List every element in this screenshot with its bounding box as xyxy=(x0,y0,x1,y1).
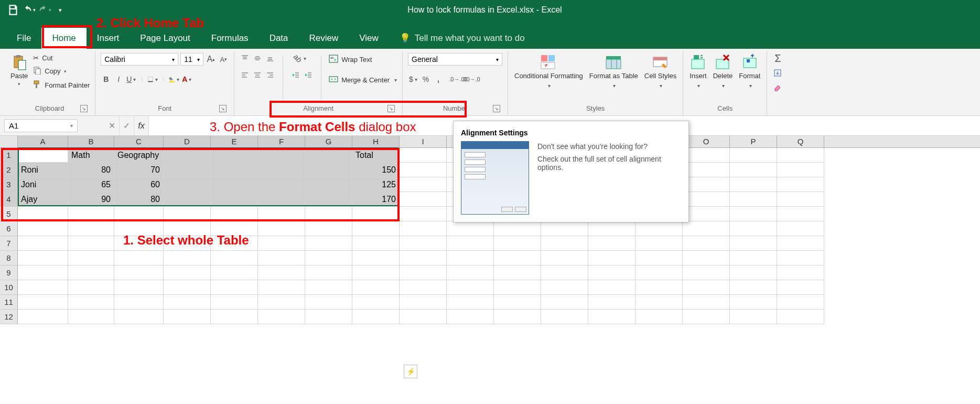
cell-B3[interactable]: 65 xyxy=(68,177,114,192)
cell[interactable] xyxy=(211,265,258,280)
cell[interactable] xyxy=(305,236,352,251)
cell[interactable] xyxy=(777,221,824,236)
cell[interactable] xyxy=(352,236,400,251)
tab-view[interactable]: View xyxy=(349,28,389,49)
row-header-1[interactable]: 1 xyxy=(0,148,18,163)
row-header-7[interactable]: 7 xyxy=(0,236,18,251)
accounting-format-button[interactable]: $ xyxy=(408,74,418,84)
cell[interactable] xyxy=(494,295,541,310)
col-header-B[interactable]: B xyxy=(68,136,114,147)
cell[interactable] xyxy=(777,280,824,295)
cell[interactable] xyxy=(730,163,777,177)
cell[interactable] xyxy=(588,310,636,324)
cell[interactable] xyxy=(400,310,447,324)
align-middle-button[interactable] xyxy=(252,53,263,63)
percent-format-button[interactable]: % xyxy=(421,74,431,84)
cell[interactable] xyxy=(352,221,400,236)
cell[interactable] xyxy=(683,280,730,295)
cell[interactable] xyxy=(305,295,352,310)
cell-A4[interactable]: Ajay xyxy=(18,192,68,207)
cell[interactable] xyxy=(730,236,777,251)
cell[interactable] xyxy=(730,177,777,192)
name-box[interactable]: A1 ▾ xyxy=(4,119,78,132)
col-header-G[interactable]: G xyxy=(305,136,352,147)
cell[interactable] xyxy=(211,310,258,324)
cancel-formula-button[interactable]: ✕ xyxy=(105,116,120,135)
cell[interactable] xyxy=(683,163,730,177)
cell[interactable] xyxy=(305,310,352,324)
cell-C4[interactable]: 80 xyxy=(114,192,164,207)
cell[interactable] xyxy=(305,221,352,236)
save-button[interactable] xyxy=(6,3,20,17)
col-header-O[interactable]: O xyxy=(683,136,730,147)
cell[interactable] xyxy=(447,310,494,324)
qat-customize-button[interactable]: ▾ xyxy=(53,3,67,17)
cell[interactable] xyxy=(18,251,68,265)
cell[interactable] xyxy=(777,310,824,324)
border-button[interactable] xyxy=(147,74,158,84)
row-header-4[interactable]: 4 xyxy=(0,192,18,207)
conditional-formatting-button[interactable]: ≠ Conditional Formatting xyxy=(513,53,584,90)
cell[interactable] xyxy=(211,221,258,236)
cell-D2[interactable] xyxy=(164,163,211,177)
copy-button[interactable]: Copy ▾ xyxy=(33,65,90,77)
col-header-A[interactable]: A xyxy=(18,136,68,147)
cell[interactable] xyxy=(68,265,114,280)
font-name-combo[interactable]: Calibri▾ xyxy=(101,53,178,66)
cell-D3[interactable] xyxy=(164,177,211,192)
tell-me-search[interactable]: 💡 Tell me what you want to do xyxy=(389,27,535,49)
cell[interactable] xyxy=(164,280,211,295)
cell[interactable] xyxy=(305,251,352,265)
tab-data[interactable]: Data xyxy=(259,28,299,49)
clear-button[interactable] xyxy=(772,82,783,93)
cell-H3[interactable]: 125 xyxy=(352,177,400,192)
cell[interactable] xyxy=(777,207,824,221)
cell[interactable] xyxy=(447,221,494,236)
cell[interactable] xyxy=(730,207,777,221)
cell-H2[interactable]: 150 xyxy=(352,163,400,177)
cell[interactable] xyxy=(400,251,447,265)
cell[interactable] xyxy=(68,280,114,295)
cell-D1[interactable] xyxy=(164,148,211,163)
cell[interactable] xyxy=(683,207,730,221)
cell[interactable] xyxy=(18,221,68,236)
cell[interactable] xyxy=(400,280,447,295)
cell[interactable] xyxy=(114,236,164,251)
cell-B1[interactable]: Math xyxy=(68,148,114,163)
cell[interactable] xyxy=(400,192,447,207)
cell[interactable] xyxy=(164,221,211,236)
select-all-button[interactable] xyxy=(0,136,18,147)
cell-A2[interactable]: Roni xyxy=(18,163,68,177)
cell[interactable] xyxy=(541,236,588,251)
cell[interactable] xyxy=(164,236,211,251)
cell[interactable] xyxy=(18,207,68,221)
cell[interactable] xyxy=(541,310,588,324)
row-header-2[interactable]: 2 xyxy=(0,163,18,177)
number-launcher[interactable]: ↘ xyxy=(493,105,500,112)
cell[interactable] xyxy=(258,207,305,221)
undo-button[interactable]: ▾ xyxy=(22,3,36,17)
cell-E2[interactable] xyxy=(211,163,258,177)
cell[interactable] xyxy=(683,310,730,324)
tab-file[interactable]: File xyxy=(6,28,41,49)
cell[interactable] xyxy=(164,265,211,280)
cell[interactable] xyxy=(447,280,494,295)
redo-button[interactable]: ▾ xyxy=(38,3,51,17)
quick-analysis-button[interactable]: ⚡ xyxy=(404,365,417,378)
font-launcher[interactable]: ↘ xyxy=(219,105,227,112)
cell[interactable] xyxy=(447,236,494,251)
number-format-combo[interactable]: General▾ xyxy=(408,53,502,66)
cell[interactable] xyxy=(588,295,636,310)
cell[interactable] xyxy=(68,236,114,251)
cell-E4[interactable] xyxy=(211,192,258,207)
cell[interactable] xyxy=(730,192,777,207)
cell[interactable] xyxy=(730,148,777,163)
cell[interactable] xyxy=(18,310,68,324)
cell[interactable] xyxy=(164,295,211,310)
cell[interactable] xyxy=(211,295,258,310)
col-header-D[interactable]: D xyxy=(164,136,211,147)
cell-E3[interactable] xyxy=(211,177,258,192)
cell[interactable] xyxy=(636,295,683,310)
align-left-button[interactable] xyxy=(240,70,250,80)
cell[interactable] xyxy=(258,221,305,236)
